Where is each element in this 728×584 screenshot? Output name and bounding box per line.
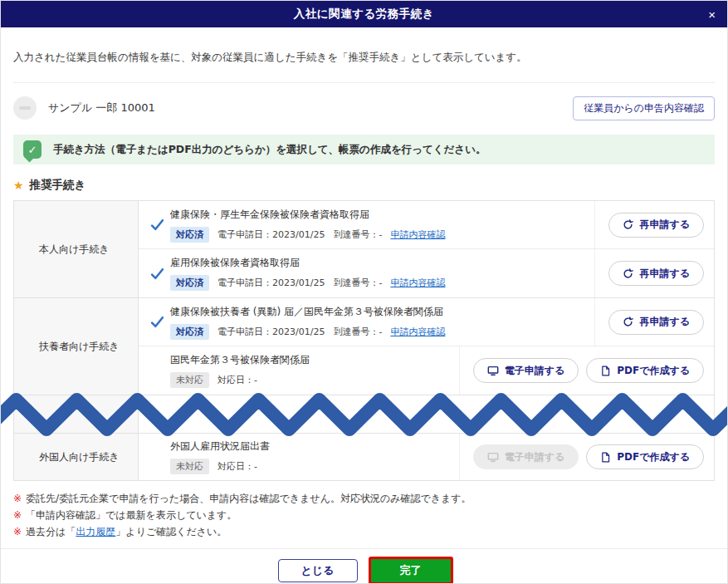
refresh-icon [623,268,633,279]
status-badge: 対応済 [170,275,209,291]
meta-number: 到達番号：- [333,326,382,338]
close-icon[interactable]: × [708,1,716,27]
meta-date: 電子申請日：2023/01/25 [217,277,325,289]
footnote-3: ※過去分は「出力履歴」よりご確認ください。 [13,523,715,540]
check-bubble-icon: ✓ [23,140,42,159]
row-actions: 再申請する [594,201,704,248]
group-label: 扶養者向け手続き [14,298,139,395]
pdf-create-button[interactable]: PDFで作成する [586,444,704,469]
footnote-2: ※「申請内容確認」では最新を表示しています。 [13,507,715,523]
procedure-title: 健康保険被扶養者 (異動) 届／国民年金第３号被保険者関係届 [170,305,445,319]
complete-button[interactable]: 完了 [371,559,451,582]
meta-number: 到達番号：- [333,277,382,289]
procedure-row: 健康保険・厚生年金保険被保険者資格取得届 対応済 電子申請日：2023/01/2… [139,201,714,249]
status-badge: 未対応 [170,372,209,388]
output-history-link[interactable]: 出力履歴 [76,526,115,537]
group-label: 外国人向け手続き [14,434,139,480]
done-check-icon [150,315,170,329]
procedure-title: 国民年金第３号被保険者関係届 [170,353,310,367]
procedure-row: 健康保険被扶養者 (異動) 届／国民年金第３号被保険者関係届 対応済 電子申請日… [139,298,714,346]
file-icon [600,452,611,463]
procedure-title: 雇用保険被保険者資格取得届 [170,256,445,270]
pdf-create-button[interactable]: PDFで作成する [586,358,704,383]
asterisk-icon: ※ [13,493,22,504]
row-actions: 電子申請する PDFで作成する [459,346,704,395]
modal-labor-procedures: 入社に関連する労務手続き × 入力された従業員台帳の情報を基に、対象の従業員に適… [0,0,728,584]
modal-title: 入社に関連する労務手続き [294,7,434,22]
status-badge: 対応済 [170,324,209,340]
avatar [13,96,37,120]
procedure-title: 外国人雇用状況届出書 [170,439,270,454]
file-icon [600,366,611,376]
asterisk-icon: ※ [13,526,22,537]
procedure-row: 外国人雇用状況届出書 未対応 対応日：- 電子申請する [139,434,714,480]
meta-date: 電子申請日：2023/01/25 [217,228,325,241]
truncated-rows-area [14,395,714,434]
employee-report-check-button[interactable]: 従業員からの申告内容確認 [573,96,715,120]
meta-date: 対応日：- [217,460,257,473]
employee-name: サンプル 一郎 10001 [48,101,155,115]
done-check-icon [150,267,170,281]
refresh-icon [623,317,633,327]
group-dependents: 扶養者向け手続き 健康保険被扶養者 (異動) 届／国民年金第３号被保険者関係届 … [14,298,714,395]
monitor-icon [487,365,499,376]
footer: とじる 完了 [1,549,727,582]
resubmit-button[interactable]: 再申請する [608,261,704,286]
e-apply-button[interactable]: 電子申請する [473,358,579,383]
status-badge: 対応済 [170,227,209,243]
status-badge: 未対応 [170,459,209,474]
e-apply-button-disabled: 電子申請する [473,444,579,469]
group-foreigners: 外国人向け手続き 外国人雇用状況届出書 未対応 対応日：- [14,434,714,480]
done-check-icon [150,218,170,232]
modal-header: 入社に関連する労務手続き × [1,1,727,27]
resubmit-button[interactable]: 再申請する [608,213,704,238]
procedure-row: 国民年金第３号被保険者関係届 未対応 対応日：- 電子申請する [139,346,714,395]
footnotes: ※委託先/委託元企業で申請を行った場合、申請内容は確認できません。対応状況のみ確… [13,490,715,540]
meta-number: 到達番号：- [333,228,382,241]
application-detail-link[interactable]: 申請内容確認 [390,277,445,289]
meta-date: 電子申請日：2023/01/25 [217,326,325,338]
monitor-icon [487,451,499,463]
meta-date: 対応日：- [217,374,257,386]
row-actions: 電子申請する PDFで作成する [459,434,704,480]
resubmit-button[interactable]: 再申請する [608,310,704,335]
procedures-table: 本人向け手続き 健康保険・厚生年金保険被保険者資格取得届 対応済 電子申請日：2… [13,200,715,481]
group-label: 本人向け手続き [14,201,139,297]
procedure-title: 健康保険・厚生年金保険被保険者資格取得届 [170,208,445,222]
section-heading: ★ 推奨手続き [13,178,715,193]
footnote-1: ※委託先/委託元企業で申請を行った場合、申請内容は確認できません。対応状況のみ確… [13,490,715,507]
refresh-icon [623,219,633,230]
close-button[interactable]: とじる [278,559,358,582]
notice-banner: ✓ 手続き方法（電子またはPDF出力のどちらか）を選択して、帳票の作成を行ってく… [13,135,715,164]
employee-row: サンプル 一郎 10001 従業員からの申告内容確認 [13,94,715,122]
intro-text: 入力された従業員台帳の情報を基に、対象の従業員に適した手続きを「推奨手続き」とし… [13,51,715,65]
row-actions: 再申請する [594,298,704,346]
application-detail-link[interactable]: 申請内容確認 [390,228,445,241]
procedure-row: 雇用保険被保険者資格取得届 対応済 電子申請日：2023/01/25 到達番号：… [139,249,714,297]
notice-text: 手続き方法（電子またはPDF出力のどちらか）を選択して、帳票の作成を行ってくださ… [53,143,486,157]
divider [13,82,715,83]
group-personal: 本人向け手続き 健康保険・厚生年金保険被保険者資格取得届 対応済 電子申請日：2… [14,201,714,298]
row-actions: 再申請する [594,249,704,297]
star-icon: ★ [13,179,24,192]
application-detail-link[interactable]: 申請内容確認 [390,326,445,338]
asterisk-icon: ※ [13,509,22,521]
group-label-placeholder [14,395,139,433]
section-title: 推奨手続き [30,178,86,193]
